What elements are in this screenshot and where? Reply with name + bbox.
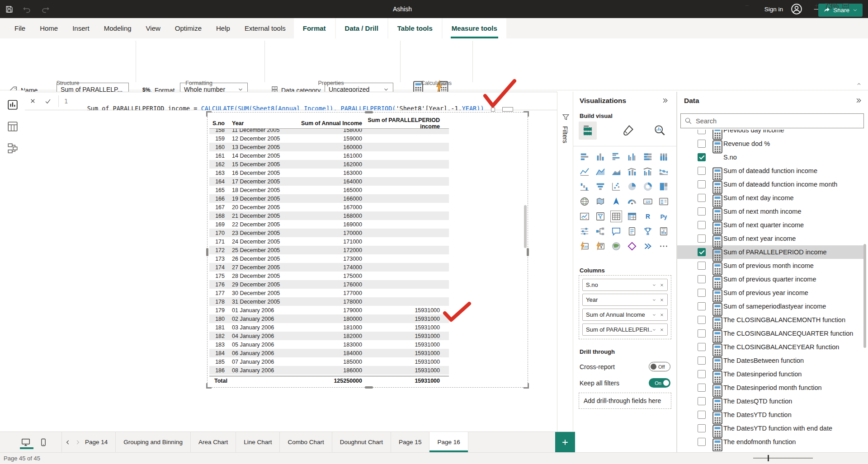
field-checkbox[interactable] [698,316,706,324]
field-list-item[interactable]: Sum of PARALLELPERIOD income [677,245,863,259]
table-visual[interactable]: S.no Year Sum of Annual Income Sum of PA… [209,117,449,385]
collapse-pane-icon[interactable] [662,97,669,104]
field-checkbox[interactable] [698,153,706,161]
page-tab[interactable]: Doughnut Chart [332,432,391,452]
undo-icon[interactable] [18,0,36,18]
zoom-slider-thumb[interactable] [768,455,769,461]
visual-type-icon[interactable] [579,181,590,192]
chevron-down-icon[interactable] [652,328,656,332]
resize-handle[interactable] [365,111,373,113]
visual-scrollbar[interactable] [524,205,527,248]
field-checkbox[interactable] [698,130,706,134]
ribbon-tab[interactable]: File [7,18,33,38]
remove-field-icon[interactable] [660,283,664,287]
field-checkbox[interactable] [698,262,706,270]
filters-pane-collapsed[interactable]: Filters [557,92,573,452]
ribbon-tab[interactable]: Modeling [97,18,139,38]
remove-field-icon[interactable] [660,298,664,302]
field-checkbox[interactable] [698,384,706,392]
field-checkbox[interactable] [698,167,706,175]
visual-type-icon[interactable] [594,181,606,192]
field-checkbox[interactable] [698,248,706,256]
build-visual-mode-button[interactable] [579,122,597,140]
visual-type-icon[interactable] [594,151,606,163]
visual-type-icon[interactable] [594,211,606,222]
visual-type-icon[interactable] [626,151,638,163]
ribbon-tab[interactable]: View [139,18,168,38]
chevron-down-icon[interactable] [652,313,656,317]
visual-type-icon[interactable] [626,211,638,222]
visual-type-icon[interactable] [658,196,670,207]
field-checkbox[interactable] [698,180,706,188]
resize-handle[interactable] [365,386,373,389]
field-list-item[interactable]: The endofmonth function [677,435,863,449]
visual-type-icon[interactable] [610,225,622,237]
visual-type-icon[interactable] [626,166,638,178]
keep-all-filters-toggle[interactable]: On [649,378,670,388]
ribbon-tab[interactable]: Data / Drill [336,18,387,38]
dax-formula-text[interactable]: Sum of PARALLELPERIOD income = CALCULATE… [72,90,484,112]
ribbon-tab[interactable]: Help [209,18,237,38]
data-pane-scrollbar[interactable] [863,244,866,348]
sign-in-button[interactable]: Sign in [764,6,783,13]
field-list-item[interactable]: The Datesinperiod month function [677,381,863,394]
field-list-item[interactable]: The CLOSINGBALANCEYEAR function [677,340,863,354]
column-header[interactable]: S.no [209,120,227,127]
collapse-pane-icon[interactable] [855,97,862,104]
field-pill[interactable]: S.no [582,279,668,291]
visual-type-icon[interactable] [642,181,654,192]
visual-type-icon[interactable] [658,166,670,178]
page-tab[interactable]: Grouping and Binning [116,432,191,452]
visual-type-icon[interactable]: Py [658,211,670,222]
visual-type-icon[interactable] [626,240,638,252]
field-search-box[interactable] [680,113,864,128]
visual-type-icon[interactable] [579,225,590,237]
field-list-item[interactable]: Sum of sameperiodlastyear income [677,300,863,313]
resize-handle[interactable] [524,383,529,389]
ribbon-tab[interactable]: Table tools [388,18,442,38]
page-tab[interactable]: Area Chart [191,432,236,452]
field-list-item[interactable]: Sum of next day income [677,191,863,205]
zoom-out-button[interactable]: − [745,2,749,9]
scroll-tabs-left-icon[interactable] [65,439,71,445]
remove-field-icon[interactable] [660,313,664,317]
visual-type-icon[interactable] [579,196,590,207]
visual-type-icon[interactable]: R [642,211,654,222]
field-list-item[interactable]: Sum of next quarter income [677,218,863,232]
field-list-item[interactable]: Sum of previous year income [677,286,863,300]
field-checkbox[interactable] [698,275,706,283]
zoom-in-button[interactable]: + [815,2,818,9]
visual-type-icon[interactable] [626,196,638,207]
mobile-layout-icon[interactable] [39,438,48,447]
ribbon-tab[interactable]: Measure tools [443,18,506,38]
formula-cancel-button[interactable] [25,92,40,110]
visual-type-icon[interactable] [579,166,590,178]
field-checkbox[interactable] [698,343,706,351]
visual-type-icon[interactable]: 123 [642,196,654,207]
table-header-row[interactable]: S.no Year Sum of Annual Income Sum of PA… [209,117,449,129]
field-checkbox[interactable] [698,221,706,229]
column-header[interactable]: Sum of PARALLELPERIOD income [368,117,445,130]
ribbon-tab[interactable]: Optimize [168,18,209,38]
field-list-item[interactable]: Sum of previous month income [677,259,863,272]
new-page-button[interactable] [555,432,575,453]
resize-handle[interactable] [527,248,529,256]
visual-type-icon[interactable] [642,225,654,237]
column-header[interactable]: Sum of Annual Income [292,120,368,127]
visual-type-icon[interactable] [579,211,590,222]
report-view-button[interactable] [0,94,25,116]
visual-type-icon[interactable] [594,166,606,178]
field-list-item[interactable]: The CLOSINGBALANCEQUARTER function [677,327,863,340]
field-list-item[interactable]: Previous day income [677,130,863,137]
visual-type-icon[interactable] [626,225,638,237]
field-list-item[interactable]: The CLOSINGBALANCEMONTH function [677,313,863,327]
zoom-slider[interactable] [753,458,813,459]
visual-type-icon[interactable] [658,240,670,252]
ribbon-tab[interactable]: External tools [237,18,293,38]
field-checkbox[interactable] [698,207,706,216]
visual-type-icon[interactable] [610,196,622,207]
visual-type-icon[interactable] [658,225,670,237]
ribbon-tab[interactable]: Home [33,18,65,38]
data-view-button[interactable] [0,116,25,137]
field-list-item[interactable]: S.no [677,150,863,164]
